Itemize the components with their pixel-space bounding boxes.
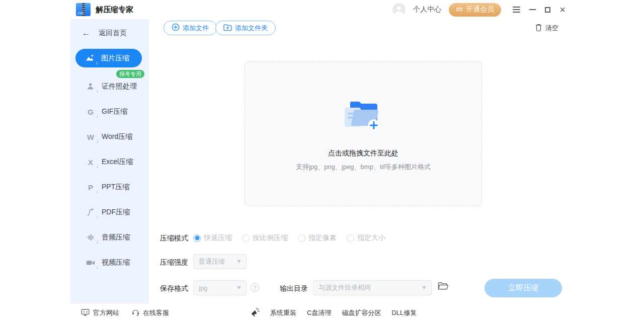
monitor-icon [81,309,90,317]
megaphone-icon [250,308,260,318]
format-label: 保存格式 [160,284,188,293]
official-website-label: 官方网站 [93,308,119,317]
ppt-icon: P↓ [86,182,96,192]
footer-link-system-reinstall[interactable]: 系统重装 [270,308,296,317]
mode-radio-label: 按比例压缩 [253,233,288,243]
app-window: ZIP 解压缩专家 个人中心 开通会员 [70,0,574,322]
sidebar-item-video-compress[interactable]: ↓视频压缩 [70,250,149,275]
minimize-icon[interactable] [529,9,536,10]
sidebar-item-ppt-compress[interactable]: P↓PPT压缩 [70,175,149,200]
sidebar-item-label: PPT压缩 [102,183,129,192]
open-membership-label: 开通会员 [466,5,494,14]
crown-icon [456,6,463,14]
sidebar-menu: ↓图片压缩↓证件照处理报考专用G↓GIF压缩W↓Word压缩X↓Excel压缩P… [70,49,149,275]
audio-icon: ↓ [86,232,96,243]
back-arrow-icon: ← [82,29,90,38]
sidebar-item-image-compress[interactable]: ↓图片压缩 [75,49,142,67]
clear-label: 清空 [545,24,558,33]
zip-icon-label: ZIP [77,12,84,15]
sidebar-item-excel-compress[interactable]: X↓Excel压缩 [70,149,149,175]
footer-left: 官方网站 在线客服 [70,308,169,317]
dropzone-subtitle: 支持jpg、png、jpeg、bmp、tif等多种图片格式 [296,163,431,172]
pdf-icon: ↓ [86,207,96,217]
add-file-button[interactable]: 添加文件 [164,21,217,35]
sidebar-item-label: 图片压缩 [101,54,129,63]
footer-link-c-drive-clean[interactable]: C盘清理 [307,308,331,317]
trash-icon [535,24,542,33]
sidebar-item-label: 证件照处理 [102,82,137,91]
dropzone-title: 点击或拖拽文件至此处 [328,149,398,158]
user-center-link[interactable]: 个人中心 [413,5,441,14]
radio-circle-icon [298,234,305,242]
caret-down-icon [422,286,426,289]
compress-now-button[interactable]: 立即压缩 [485,279,562,297]
output-select[interactable]: 与源文件目录相同 [313,280,432,295]
app-zip-icon: ZIP [76,3,91,16]
back-to-home[interactable]: ← 返回首页 [70,19,149,47]
output-value: 与源文件目录相同 [318,283,371,292]
mode-label: 压缩模式 [160,234,188,243]
strength-select[interactable]: 普通压缩 [193,254,247,269]
exam-badge: 报考专用 [116,70,144,78]
clear-list-button[interactable]: 清空 [535,24,558,33]
file-dropzone[interactable]: 点击或拖拽文件至此处 支持jpg、png、jpeg、bmp、tif等多种图片格式 [245,61,482,206]
online-service-link[interactable]: 在线客服 [132,308,169,317]
radio-circle-icon [193,234,201,242]
sidebar-item-label: GIF压缩 [102,107,127,116]
plus-circle-icon [172,23,180,33]
sidebar-item-audio-compress[interactable]: ↓音频压缩 [70,225,149,250]
maximize-icon[interactable] [545,7,550,13]
user-avatar-icon [392,3,406,16]
browse-folder-button[interactable] [438,282,449,292]
image-compress-icon: ↓ [85,53,95,63]
mode-radio-ratio[interactable]: 按比例压缩 [242,233,288,243]
app-title: 解压缩专家 [96,5,133,15]
footer-center: 系统重装C盘清理磁盘扩容分区DLL修复 [250,308,417,318]
sidebar-item-pdf-compress[interactable]: ↓PDF压缩 [70,200,149,225]
help-icon[interactable]: ? [251,283,259,292]
sidebar-item-label: Excel压缩 [102,157,133,167]
avatar[interactable] [392,3,406,16]
word-icon: W↓ [86,132,96,142]
online-service-label: 在线客服 [143,308,169,317]
sidebar-item-word-compress[interactable]: W↓Word压缩 [70,124,149,149]
strength-label: 压缩强度 [160,258,188,267]
footer-links: 系统重装C盘清理磁盘扩容分区DLL修复 [270,308,417,317]
window-controls: × [513,5,566,15]
video-icon: ↓ [86,258,96,268]
footer-link-disk-partition[interactable]: 磁盘扩容分区 [342,308,381,317]
mode-radio-group: 快速压缩按比例压缩指定像素指定大小 [193,233,385,243]
mode-radio-label: 指定大小 [357,233,385,243]
sidebar-item-label: Word压缩 [102,132,132,141]
radio-circle-icon [242,234,250,242]
footer-link-dll-repair[interactable]: DLL修复 [391,308,417,317]
folder-open-icon [438,282,449,290]
folder-plus-icon [223,24,232,33]
strength-value: 普通压缩 [199,257,225,266]
sidebar-item-label: 视频压缩 [102,258,130,267]
mode-radio-pixels[interactable]: 指定像素 [298,233,337,243]
mode-radio-fast[interactable]: 快速压缩 [193,233,232,243]
radio-circle-icon [347,234,354,242]
close-icon[interactable]: × [559,5,566,15]
add-file-label: 添加文件 [183,24,209,33]
gif-icon: G↓ [86,107,96,117]
sidebar-item-label: PDF压缩 [102,208,130,217]
mode-radio-label: 快速压缩 [204,233,232,243]
official-website-link[interactable]: 官方网站 [81,308,119,317]
folder-upload-icon [342,98,385,135]
titlebar-right: 个人中心 开通会员 × [392,3,574,17]
caret-down-icon [237,260,241,263]
sidebar-item-gif-compress[interactable]: G↓GIF压缩 [70,99,149,124]
open-membership-button[interactable]: 开通会员 [449,3,501,17]
format-value: jpg [199,284,207,292]
mode-radio-size[interactable]: 指定大小 [347,233,385,243]
headset-icon [132,308,139,317]
format-select[interactable]: jpg [193,280,247,295]
id-photo-icon: ↓ [86,82,96,92]
add-folder-button[interactable]: 添加文件夹 [215,21,276,35]
output-label: 输出目录 [280,284,308,293]
sidebar-item-label: 音频压缩 [102,233,130,242]
add-folder-label: 添加文件夹 [235,24,268,33]
menu-icon[interactable] [513,7,520,13]
